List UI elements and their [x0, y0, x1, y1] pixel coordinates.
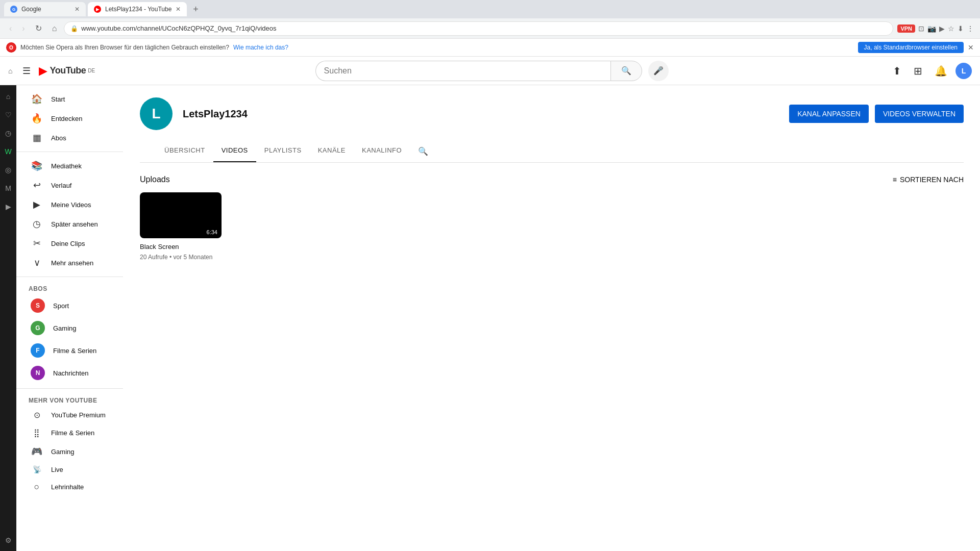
sidebar-item-filme-serien[interactable]: ⣿ Filme & Serien [18, 424, 121, 442]
sidebar-item-filme[interactable]: F Filme & Serien [18, 339, 121, 362]
info-bar: O Möchten Sie Opera als Ihren Browser fü… [0, 39, 980, 57]
home-icon: 🏠 [31, 93, 43, 105]
sidebar-item-start[interactable]: 🏠 Start [18, 89, 121, 109]
video-age: vor 5 Monaten [174, 254, 213, 261]
opera-settings-btn[interactable]: ⚙ [2, 533, 15, 547]
opera-home-sidebar[interactable]: ⌂ [8, 67, 12, 75]
tab-videos[interactable]: VIDEOS [213, 140, 256, 162]
nav-actions: VPN ⊡ 📷 ▶ ☆ ⬇ ⋮ [897, 24, 974, 33]
tab-google-close[interactable]: ✕ [75, 6, 80, 13]
sidebar-gaming2-label: Gaming [51, 448, 75, 456]
opera-instagram-btn[interactable]: ◎ [2, 163, 14, 177]
youtube-favicon: ▶ [94, 6, 101, 13]
uploads-section: Uploads ≡ SORTIEREN NACH 6:34 Black Scre… [124, 163, 980, 273]
gaming-avatar: G [31, 321, 45, 335]
screenshot-button[interactable]: 📷 [927, 24, 936, 33]
tab-youtube-close[interactable]: ✕ [176, 6, 181, 13]
filme-avatar: F [31, 343, 45, 358]
sidebar-item-sport[interactable]: S Sport [18, 294, 121, 317]
customize-channel-button[interactable]: KANAL ANPASSEN [789, 105, 869, 123]
user-avatar[interactable]: L [955, 63, 972, 79]
sidebar-divider-3 [16, 388, 123, 389]
sidebar-item-entdecken[interactable]: 🔥 Entdecken [18, 109, 121, 128]
search-bar: 🔍 [315, 61, 642, 81]
back-button[interactable]: ‹ [6, 22, 15, 35]
sidebar-item-gaming2[interactable]: 🎮 Gaming [18, 442, 121, 461]
youtube-logo-text: YouTube [50, 65, 86, 76]
extensions-button[interactable]: ⊡ [918, 24, 924, 33]
opera-bookmarks-btn[interactable]: ♡ [2, 108, 15, 122]
mic-button[interactable]: 🎤 [648, 61, 669, 81]
video-separator: • [169, 254, 174, 261]
channel-info: L LetsPlay1234 KANAL ANPASSEN VIDEOS VER… [140, 97, 964, 130]
browser-chrome: G Google ✕ ▶ LetsPlay1234 - YouTube ✕ + … [0, 0, 980, 57]
search-input[interactable] [315, 61, 610, 81]
sidebar-item-spater[interactable]: ◷ Später ansehen [18, 214, 121, 234]
sidebar-item-yt-premium[interactable]: ⊙ YouTube Premium [18, 406, 121, 424]
address-bar[interactable]: 🔒 www.youtube.com/channel/UCocN6zQPHQZ_0… [64, 21, 893, 36]
opera-messenger-btn[interactable]: M [2, 181, 14, 195]
home-button[interactable]: ⌂ [49, 22, 60, 35]
sidebar-lehrinhalte-label: Lehrinhalte [51, 483, 84, 491]
sidebar-item-nachrichten[interactable]: N Nachrichten [18, 362, 121, 384]
tab-kanalinfo[interactable]: KANALINFO [354, 140, 410, 162]
info-bar-link[interactable]: Wie mache ich das? [233, 44, 288, 51]
download-button[interactable]: ⬇ [958, 24, 964, 33]
sidebar-item-mehr[interactable]: ∨ Mehr ansehen [18, 253, 121, 272]
library-icon: 📚 [31, 160, 43, 171]
opera-history-btn[interactable]: ◷ [2, 126, 14, 140]
notifications-button[interactable]: 🔔 [930, 61, 951, 81]
sidebar-item-verlauf[interactable]: ↩ Verlauf [18, 176, 121, 195]
tab-google[interactable]: G Google ✕ [4, 2, 86, 16]
new-tab-button[interactable]: + [189, 4, 203, 15]
sidebar-item-abos[interactable]: ▦ Abos [18, 128, 121, 147]
tab-playlists[interactable]: PLAYLISTS [256, 140, 310, 162]
info-bar-close-button[interactable]: ✕ [968, 43, 974, 52]
tab-kanale[interactable]: KANÄLE [310, 140, 354, 162]
info-bar-right-section: Ja, als Standardbrowser einstellen ✕ [858, 42, 974, 53]
sidebar-mehr-label: Mehr ansehen [51, 259, 93, 267]
bookmark-button[interactable]: ☆ [948, 24, 954, 33]
search-button[interactable]: 🔍 [610, 61, 642, 81]
sidebar-item-live[interactable]: 📡 Live [18, 461, 121, 478]
my-videos-icon: ▶ [31, 199, 43, 210]
video-thumbnail: 6:34 [140, 192, 222, 238]
sidebar-divider-2 [16, 277, 123, 277]
refresh-button[interactable]: ↻ [32, 21, 45, 35]
player-sidebar-btn[interactable]: ▶ [939, 24, 945, 33]
channel-name: LetsPlay1234 [183, 108, 248, 120]
set-default-button[interactable]: Ja, als Standardbrowser einstellen [858, 42, 964, 53]
forward-button[interactable]: › [19, 22, 28, 35]
tab-ubersicht[interactable]: ÜBERSICHT [156, 140, 213, 162]
upload-button[interactable]: ⬆ [889, 61, 905, 81]
opera-sidebar-mini: ⌂ [8, 67, 12, 75]
tab-youtube[interactable]: ▶ LetsPlay1234 - YouTube ✕ [88, 2, 187, 16]
video-card[interactable]: 6:34 Black Screen 20 Aufrufe • vor 5 Mon… [140, 192, 222, 261]
sidebar-divider-1 [16, 152, 123, 152]
uploads-header: Uploads ≡ SORTIEREN NACH [140, 175, 964, 184]
opera-whatsapp-btn[interactable]: W [2, 144, 14, 159]
clips-icon: ✂ [31, 238, 43, 249]
header-left: ⌂ ☰ ▶ YouTube DE [8, 61, 95, 81]
sidebar-item-meine-videos[interactable]: ▶ Meine Videos [18, 195, 121, 214]
sidebar-item-clips[interactable]: ✂ Deine Clips [18, 234, 121, 253]
apps-button[interactable]: ⊞ [910, 61, 926, 81]
sidebar-live-label: Live [51, 466, 63, 473]
tab-search-button[interactable]: 🔍 [410, 140, 436, 162]
hamburger-menu-button[interactable]: ☰ [18, 61, 35, 81]
video-title: Black Screen [140, 242, 222, 252]
opera-home-btn[interactable]: ⌂ [3, 89, 13, 104]
manage-videos-button[interactable]: VIDEOS VERWALTEN [875, 105, 964, 123]
vpn-button[interactable]: VPN [897, 24, 915, 33]
sidebar-start-label: Start [51, 95, 65, 103]
youtube-logo[interactable]: ▶ YouTube DE [39, 64, 95, 78]
sidebar-item-mediathek[interactable]: 📚 Mediathek [18, 156, 121, 176]
sort-button[interactable]: ≡ SORTIEREN NACH [893, 176, 964, 184]
yt-premium-icon: ⊙ [31, 410, 43, 420]
sidebar-item-gaming[interactable]: G Gaming [18, 317, 121, 339]
opera-player-btn[interactable]: ▶ [3, 199, 14, 214]
google-favicon: G [10, 6, 17, 13]
youtube-logo-badge: DE [88, 68, 95, 73]
menu-button[interactable]: ⋮ [967, 24, 974, 33]
sidebar-item-lehrinhalte[interactable]: ○ Lehrinhalte [18, 478, 121, 496]
